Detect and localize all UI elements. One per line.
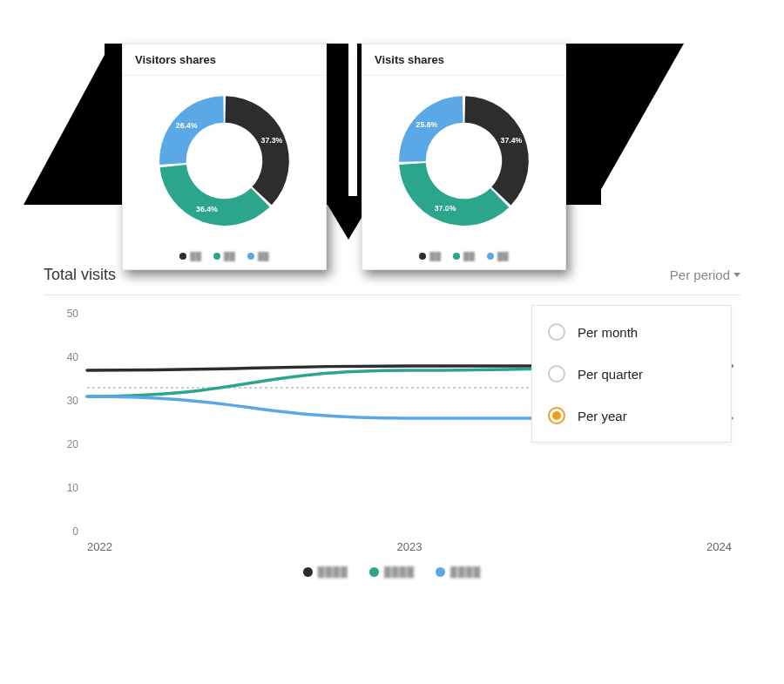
legend-item: ██: [419, 252, 441, 261]
donut-slice: [159, 96, 224, 165]
legend-label: ██: [224, 252, 235, 261]
legend-label: ████: [318, 566, 348, 577]
legend-item: ████: [436, 566, 481, 577]
legend-item: ████: [303, 566, 348, 577]
y-tick-label: 20: [67, 438, 79, 450]
legend-item: ██: [453, 252, 475, 261]
donut-body: 37.4%37.0%25.6%: [362, 76, 565, 245]
donut-chart: 37.4%37.0%25.6%: [388, 85, 540, 237]
svg-marker-0: [24, 44, 111, 205]
legend-dot-icon: [419, 253, 426, 260]
line-chart-legend: ████████████: [0, 566, 784, 577]
caret-down-icon: [733, 273, 740, 277]
y-tick-label: 10: [67, 482, 79, 494]
period-option[interactable]: Per quarter: [532, 353, 731, 395]
radio-icon: [548, 407, 565, 424]
legend-dot-icon: [179, 253, 186, 260]
period-dropdown-panel: Per monthPer quarterPer year: [531, 305, 732, 443]
period-dropdown-trigger[interactable]: Per period: [670, 268, 740, 282]
x-tick-label: 2024: [706, 540, 732, 553]
period-option-label: Per month: [578, 325, 638, 340]
donut-slice: [225, 96, 288, 205]
top-charts-region: Visitors shares 37.3%36.4%26.4% ██████ V…: [0, 44, 784, 270]
donut-slice-label: 37.4%: [501, 136, 523, 145]
y-tick-label: 0: [72, 525, 78, 538]
line-section-header: Total visits Per period: [44, 266, 740, 295]
y-tick-label: 50: [67, 308, 79, 320]
legend-label: ██: [429, 252, 441, 261]
legend-label: ████: [450, 566, 481, 577]
donut-slice-label: 37.0%: [435, 204, 456, 213]
legend-dot-icon: [369, 567, 379, 577]
period-option[interactable]: Per year: [532, 395, 731, 437]
y-tick-label: 30: [67, 395, 79, 407]
line-section-title: Total visits: [44, 266, 116, 284]
svg-marker-2: [592, 44, 684, 205]
donut-slice: [160, 165, 270, 226]
y-tick-label: 40: [67, 351, 79, 363]
legend-dot-icon: [436, 567, 445, 577]
donut-card-visitors: Visitors shares 37.3%36.4%26.4% ██████: [122, 44, 327, 270]
legend-item: ██: [179, 252, 201, 261]
legend-label: ██: [190, 252, 201, 261]
donut-card-visits: Visits shares 37.4%37.0%25.6% ██████: [362, 44, 566, 270]
legend-dot-icon: [453, 253, 460, 260]
donut-slice-label: 37.3%: [261, 136, 283, 145]
legend-label: ██: [258, 252, 269, 261]
donut-slice-label: 25.6%: [416, 120, 438, 129]
radio-icon: [548, 365, 565, 383]
x-tick-label: 2023: [397, 540, 422, 553]
legend-label: ██: [463, 252, 475, 261]
legend-dot-icon: [303, 567, 313, 577]
donut-title: Visits shares: [362, 44, 565, 76]
legend-label: ████: [384, 566, 415, 577]
legend-item: ██: [247, 252, 269, 261]
donut-slice: [399, 163, 509, 226]
legend-label: ██: [497, 252, 509, 261]
legend-item: ██: [487, 252, 509, 261]
legend-dot-icon: [213, 253, 220, 260]
donut-title: Visitors shares: [123, 44, 326, 76]
donut-slice-label: 36.4%: [196, 204, 218, 213]
legend-item: ████: [369, 566, 415, 577]
donut-slice: [464, 96, 528, 205]
period-option[interactable]: Per month: [532, 311, 731, 353]
donut-chart: 37.3%36.4%26.4%: [148, 85, 301, 237]
period-option-label: Per year: [578, 409, 627, 423]
legend-item: ██: [213, 252, 235, 261]
period-trigger-label: Per period: [670, 268, 730, 282]
legend-dot-icon: [487, 253, 494, 260]
x-tick-label: 2022: [87, 540, 112, 553]
radio-icon: [548, 323, 565, 341]
triangle-shadow: [24, 44, 111, 205]
donut-slice-label: 26.4%: [176, 120, 198, 129]
donut-body: 37.3%36.4%26.4%: [123, 76, 326, 245]
period-option-label: Per quarter: [578, 367, 643, 382]
legend-dot-icon: [247, 253, 254, 260]
triangle-shadow: [592, 44, 684, 205]
